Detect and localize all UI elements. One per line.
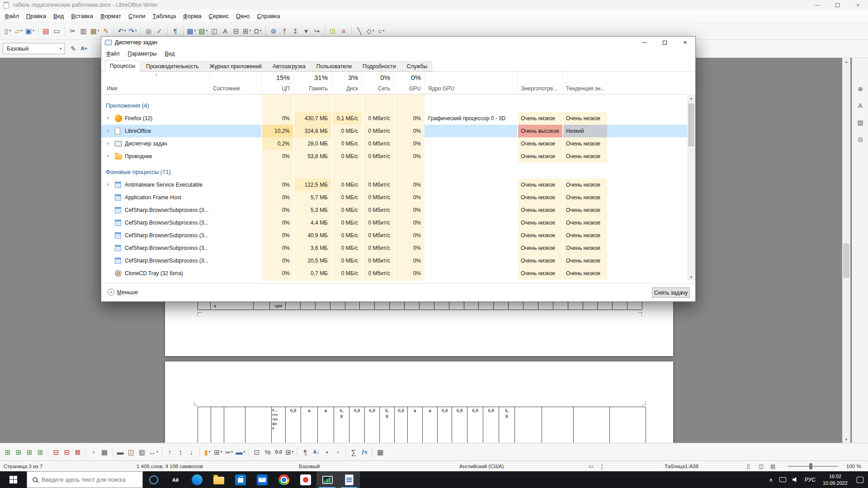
process-row[interactable]: >Проводник0%53,8 МБ0 МБ/с0 Мбит/с0%Очень… [101,150,687,163]
alice-app-button[interactable]: Ай [165,471,186,488]
menu-table[interactable]: Таблица [149,10,179,22]
selection-mode-icon[interactable]: ▭ [589,461,594,472]
column-header-engine[interactable]: Ядро GPU [425,72,517,94]
insert-chart-button[interactable]: ◫ [209,24,220,37]
cut-button[interactable]: ✂ [67,24,78,37]
insert-cross-reference-button[interactable]: ↪ [311,24,322,37]
column-header-status[interactable]: Состояние [209,72,261,94]
column-header-name[interactable]: Имя∧ [104,72,209,94]
action-center-button[interactable] [852,471,868,488]
process-row[interactable]: >Antimalware Service Executable0%122,5 М… [101,178,687,191]
column-header-power[interactable]: Энергопотре... [517,72,562,94]
menu-file[interactable]: Файл [102,51,124,57]
keyboard-language-indicator[interactable]: РУС [802,471,819,488]
edge-app-button[interactable] [186,471,208,488]
start-button[interactable] [0,471,27,488]
menu-view[interactable]: Вид [160,51,179,57]
process-group-header[interactable]: Приложения (4) [101,100,687,111]
properties-deck-icon[interactable]: ⊕ [854,83,866,95]
process-row[interactable]: CefSharp.BrowserSubprocess (3...0%20,5 М… [101,254,687,267]
scrollbar-thumb[interactable] [843,244,849,278]
cell-background-color-button[interactable]: ▮▾ [202,446,213,458]
menu-help[interactable]: Справка [253,10,283,22]
table-properties-button[interactable]: ▦ [375,446,386,458]
redo-button[interactable]: ↷▾ [127,24,138,37]
menu-format[interactable]: Формат [97,10,125,22]
menu-insert[interactable]: Вставка [67,10,96,22]
tm-scrollbar[interactable]: ▲ ▼ [687,94,695,281]
sum-button[interactable]: ∑ [348,446,359,458]
tm-close-button[interactable]: × [675,37,695,48]
insert-row-below-button[interactable]: ⊞ [13,446,24,458]
process-row[interactable]: Application Frame Host0%5,7 МБ0 МБ/с0 Мб… [101,191,687,204]
writer-restore-button[interactable] [827,0,848,10]
update-paragraph-style-button[interactable]: ✎ [68,42,79,55]
formula-button[interactable]: ƒx [359,446,370,458]
menu-styles[interactable]: Стили [125,10,149,22]
number-format-button[interactable]: ⊞▾ [284,446,295,458]
process-row[interactable]: >Диспетчер задач0,2%28,0 МБ0 МБ/с0 Мбит/… [101,137,687,150]
zoom-slider[interactable] [788,461,838,472]
view-book-button[interactable]: ▤ [770,461,775,472]
tab-processes[interactable]: Процессы [105,60,140,72]
page-number-indicator[interactable]: Страница 3 из 7 [4,461,42,472]
zoom-level[interactable]: 100 % [846,461,861,472]
borders-button[interactable]: ⊞▾ [213,446,224,458]
writer-close-button[interactable]: × [848,0,868,10]
end-task-button[interactable]: Снять задачу [652,287,690,298]
menu-form[interactable]: Форма [179,10,205,22]
column-header-mem[interactable]: 31%Память [293,72,331,94]
select-cell-button[interactable]: ▫ [88,446,99,458]
mail-app-button[interactable] [251,471,273,488]
sort-button[interactable]: A↓ [311,446,321,458]
task-manager-taskbar-button[interactable] [316,471,338,488]
undo-button[interactable]: ↶▾ [116,24,127,37]
insert-column-before-button[interactable]: ⊞ [24,446,35,458]
menu-options[interactable]: Параметры [124,51,161,57]
cortana-button[interactable] [143,471,165,488]
number-format-decimal-button[interactable]: 0.0 [273,446,284,458]
menu-tools[interactable]: Сервис [205,10,233,22]
file-explorer-button[interactable] [208,471,230,488]
export-pdf-button[interactable]: ▤ [41,24,52,37]
clock[interactable]: 16:02 10.09.2022 [819,473,852,487]
insert-comment-button[interactable]: ⊡ [327,24,338,37]
tm-scrollbar-thumb[interactable] [688,103,694,146]
taskbar-search[interactable] [27,471,143,488]
formatting-marks-button[interactable]: ¶ [170,24,181,37]
tm-minimize-button[interactable] [634,37,655,48]
spelling-button[interactable]: ✓ [154,24,165,37]
gallery-deck-icon[interactable]: ▧ [854,117,866,128]
tm-maximize-button[interactable] [655,37,675,48]
volume-tray-icon[interactable] [789,471,802,488]
paste-button[interactable]: ▦▾ [89,24,101,37]
process-group-header[interactable]: Фоновые процессы (71) [101,166,687,178]
insert-line-button[interactable]: ╲ [354,24,365,37]
align-top-button[interactable]: ↑ [165,446,175,458]
document-scrollbar[interactable]: ▲ ▼ [842,58,850,443]
process-row[interactable]: CefSharp.BrowserSubprocess (3...0%40,9 М… [101,229,687,242]
chrome-app-button[interactable] [273,471,295,488]
tab-app-history[interactable]: Журнал приложений [205,61,267,71]
menu-edit[interactable]: Правка [23,10,50,22]
process-row[interactable]: >Firefox (12)0%430,7 МБ0,1 МБ/с0 Мбит/с0… [101,112,687,125]
insert-page-break-button[interactable]: ⊟ [231,24,241,37]
delete-column-button[interactable]: ⊟ [61,446,72,458]
new-style-button[interactable]: A+ [79,42,90,55]
tab-services[interactable]: Службы [402,61,432,71]
tm-scroll-down-icon[interactable]: ▼ [687,273,695,281]
split-cells-button[interactable]: ◫ [126,446,137,458]
process-row[interactable]: CloneCD Tray (32 бита)0%0,7 МБ0 МБ/с0 Мб… [101,267,687,280]
tab-startup[interactable]: Автозагрузка [268,61,311,71]
menu-file[interactable]: Файл [1,10,23,22]
align-bottom-button[interactable]: ↓ [186,446,197,458]
find-and-replace-button[interactable]: ◎ [143,24,154,37]
navigator-deck-icon[interactable]: ◎ [854,133,866,145]
menu-view[interactable]: Вид [50,10,68,22]
track-changes-button[interactable]: ≡ [338,24,349,37]
insert-endnote-button[interactable]: ‡ [290,24,301,37]
zoom-slider-thumb[interactable] [809,463,812,469]
select-table-button[interactable]: ▦ [99,446,110,458]
tab-performance[interactable]: Производительность [141,61,203,71]
insert-special-character-button[interactable]: Ω▾ [252,24,263,37]
